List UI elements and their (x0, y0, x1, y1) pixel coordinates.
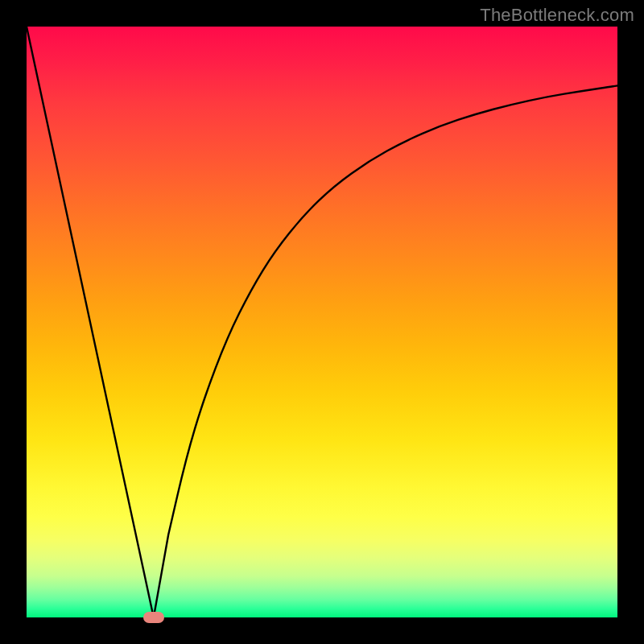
bottleneck-curve (27, 27, 617, 617)
plot-area (27, 27, 617, 617)
curve-path (27, 27, 617, 617)
minimum-marker (143, 612, 164, 623)
chart-frame: TheBottleneck.com (0, 0, 644, 644)
watermark-text: TheBottleneck.com (480, 5, 634, 26)
